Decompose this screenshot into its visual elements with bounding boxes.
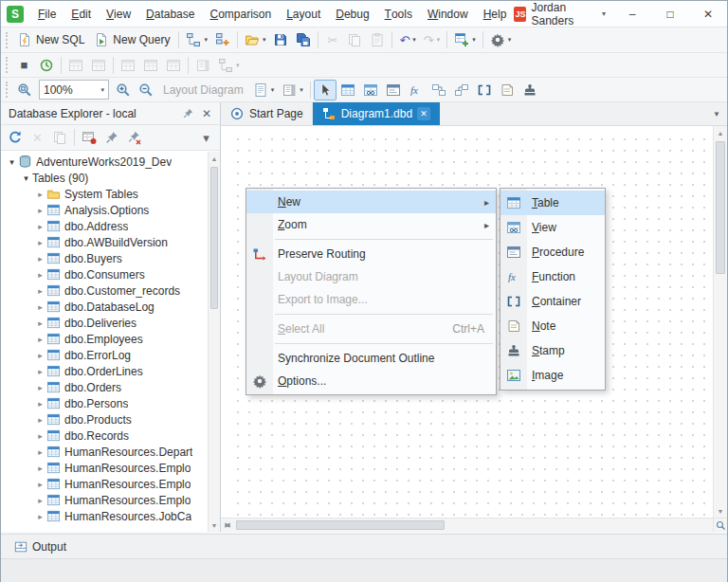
scroll-down-icon[interactable]: ▼ <box>209 518 220 532</box>
menu-item-function[interactable]: Function <box>500 264 605 289</box>
tab-diagram1-dbd[interactable]: Diagram1.dbd✕ <box>313 102 440 125</box>
report-view-button[interactable] <box>162 55 185 76</box>
pin-table-button[interactable] <box>78 127 100 148</box>
menu-item-synchronize-document-outline[interactable]: Synchronize Document Outline <box>246 347 496 370</box>
tree-item-dbo-awbuildversion[interactable]: ▸dbo.AWBuildVersion <box>1 234 208 250</box>
menu-view[interactable]: View <box>99 1 138 27</box>
save-all-button[interactable] <box>292 29 315 50</box>
tree-caret-icon[interactable]: ▸ <box>34 190 46 199</box>
tree-caret-icon[interactable]: ▸ <box>34 480 46 489</box>
zoom-corner-button[interactable] <box>713 518 727 532</box>
tree-caret-icon[interactable]: ▸ <box>34 367 46 376</box>
menu-item-image[interactable]: Image <box>500 363 605 388</box>
menu-item-select-all[interactable]: Select AllCtrl+A <box>246 318 496 340</box>
tree-caret-icon[interactable]: ▸ <box>34 399 46 409</box>
toolbar-grip[interactable] <box>6 82 9 98</box>
new-diagram-button[interactable]: ▾ <box>182 29 211 50</box>
tree-item-dbo-errorlog[interactable]: ▸dbo.ErrorLog <box>1 347 208 363</box>
scrollbar-thumb[interactable] <box>716 141 725 274</box>
tree-item-dbo-orderlines[interactable]: ▸dbo.OrderLines <box>1 363 208 379</box>
tab-list-chevron-icon[interactable]: ▼ <box>706 102 727 125</box>
menu-help[interactable]: Help <box>476 1 515 27</box>
tree-item-dbo-employees[interactable]: ▸dbo.Employees <box>1 331 208 347</box>
open-file-button[interactable]: ▾ <box>241 29 270 50</box>
scrollbar-thumb[interactable] <box>210 167 218 309</box>
view-tool-button[interactable] <box>359 80 382 100</box>
menu-tools[interactable]: Tools <box>377 1 420 27</box>
scroll-down-icon[interactable]: ▼ <box>714 504 727 518</box>
user-account[interactable]: JS Jordan Sanders ▾ <box>514 1 606 27</box>
tree-item-dbo-buyers[interactable]: ▸dbo.Buyers <box>1 250 208 266</box>
new-query-button[interactable]: New Query <box>90 29 175 50</box>
add-diagram-object-button[interactable] <box>211 29 234 50</box>
tree-caret-icon[interactable]: ▸ <box>34 302 46 312</box>
table-tool-button[interactable] <box>337 80 359 100</box>
menu-file[interactable]: File <box>30 1 64 27</box>
tree-caret-icon[interactable]: ▸ <box>34 206 46 215</box>
paste-button[interactable] <box>366 29 389 50</box>
menu-item-preserve-routing[interactable]: Preserve Routing <box>246 243 496 265</box>
toolbar-grip[interactable] <box>6 32 9 48</box>
page-setup-button[interactable]: ▾ <box>249 80 279 100</box>
menu-comparison[interactable]: Comparison <box>202 1 279 27</box>
tree-item-dbo-customer-records[interactable]: ▸dbo.Customer_records <box>1 282 208 299</box>
self-relation-tool-button[interactable] <box>450 80 473 100</box>
undo-button[interactable]: ↶▾ <box>395 29 419 50</box>
stop-button[interactable]: ■ <box>13 55 35 76</box>
tree-item-humanresources-jobca[interactable]: ▸HumanResources.JobCa <box>1 508 208 524</box>
zoom-in-button[interactable] <box>112 80 135 100</box>
tree-item-humanresources-depart[interactable]: ▸HumanResources.Depart <box>1 444 208 460</box>
menu-layout[interactable]: Layout <box>279 1 328 27</box>
tree-item-dbo-databaselog[interactable]: ▸dbo.DatabaseLog <box>1 299 208 315</box>
copy-button[interactable] <box>343 29 366 50</box>
close-button[interactable]: ✕ <box>689 1 727 27</box>
tree-item-humanresources-emplo[interactable]: ▸HumanResources.Emplo <box>1 476 208 492</box>
tree-caret-icon[interactable]: ▸ <box>34 415 46 425</box>
menu-debug[interactable]: Debug <box>328 1 376 27</box>
tab-close-icon[interactable]: ✕ <box>417 107 430 120</box>
tree-caret-icon[interactable]: ▸ <box>34 383 46 392</box>
refresh-button[interactable] <box>4 127 27 148</box>
pages-button[interactable] <box>191 55 214 76</box>
tree-caret-icon[interactable]: ▸ <box>34 447 46 457</box>
tree-item-dbo-address[interactable]: ▸dbo.Address <box>1 218 208 234</box>
tree-caret-icon[interactable]: ▸ <box>34 270 46 280</box>
scroll-right-icon[interactable]: ▶ <box>221 518 234 532</box>
close-icon[interactable]: ✕ <box>197 104 216 123</box>
scroll-up-icon[interactable]: ▲ <box>209 152 220 165</box>
minimize-button[interactable]: – <box>613 1 651 27</box>
stamp-tool-button[interactable] <box>519 80 541 100</box>
query-history-button[interactable] <box>35 55 58 76</box>
tree-item-dbo-consumers[interactable]: ▸dbo.Consumers <box>1 266 208 282</box>
function-tool-button[interactable] <box>405 80 428 100</box>
tree-caret-icon[interactable]: ▸ <box>34 431 46 441</box>
diagram-canvas[interactable]: New▸Zoom▸Preserve RoutingLayout DiagramE… <box>221 126 713 518</box>
pin-button[interactable] <box>100 127 123 148</box>
card-view-button[interactable] <box>139 55 162 76</box>
tree-item-dbo-orders[interactable]: ▸dbo.Orders <box>1 379 208 395</box>
toolbar-grip[interactable] <box>6 57 9 73</box>
tree-item-dbo-deliveries[interactable]: ▸dbo.Deliveries <box>1 315 208 331</box>
zoom-fit-button[interactable] <box>13 80 36 100</box>
pin-icon[interactable] <box>178 104 197 123</box>
tree-item-tables-90[interactable]: ▾Tables (90) <box>1 170 208 186</box>
menu-window[interactable]: Window <box>420 1 476 27</box>
edit-data-button[interactable] <box>64 55 87 76</box>
tree-item-adventureworks2019-dev[interactable]: ▾AdventureWorks2019_Dev <box>1 154 208 170</box>
relation-tool-button[interactable] <box>428 80 450 100</box>
tree-item-system-tables[interactable]: ▸System Tables <box>1 186 208 202</box>
menu-item-zoom[interactable]: Zoom▸ <box>246 213 496 236</box>
retrieve-data-button[interactable] <box>87 55 110 76</box>
tree-item-humanresources-emplo[interactable]: ▸HumanResources.Emplo <box>1 460 208 476</box>
tab-start-page[interactable]: Start Page <box>221 102 313 125</box>
tree-item-analysis-options[interactable]: ▸Analysis.Options <box>1 202 208 218</box>
app-logo-icon[interactable]: S <box>7 6 24 23</box>
menu-item-export-to-image[interactable]: Export to Image... <box>246 288 496 311</box>
canvas-horizontal-scrollbar[interactable]: ◀ ▶ <box>221 518 713 532</box>
redo-button[interactable]: ↷▾ <box>420 29 444 50</box>
tree-item-dbo-persons[interactable]: ▸dbo.Persons <box>1 395 208 411</box>
tree-item-humanresources-emplo[interactable]: ▸HumanResources.Emplo <box>1 492 208 508</box>
scroll-up-icon[interactable]: ▲ <box>714 126 727 139</box>
zoom-level-combo[interactable]: 100%▾ <box>39 80 109 100</box>
layout-diagram-button[interactable]: Layout Diagram <box>157 83 249 97</box>
